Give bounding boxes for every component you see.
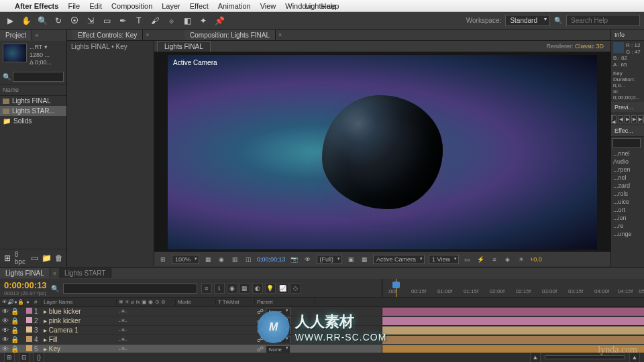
close-icon[interactable]: × [143,32,152,38]
effect-controls-tab[interactable]: Effect Controls: Key [72,30,143,40]
project-thumbnail[interactable] [3,44,27,62]
exposure-reset-icon[interactable]: ☀ [517,255,526,264]
flowchart-icon[interactable]: ◈ [503,255,513,264]
menu-animation[interactable]: Animation [218,2,251,10]
layer-row[interactable]: 👁 🔒2▸ pink kicker-✳-☍ None [0,316,644,326]
composition-viewer[interactable]: Active Camera [154,52,610,251]
close-icon[interactable]: × [32,32,41,39]
composition-tab[interactable]: Composition: Lights FINAL [184,30,276,40]
layer-name[interactable]: ▸ Camera 1 [42,326,117,334]
last-frame-icon[interactable]: ▶| [638,115,644,123]
current-time-indicator[interactable] [396,279,396,297]
rect-tool-icon[interactable]: ▭ [101,15,113,27]
clone-tool-icon[interactable]: ⟐ [165,15,177,27]
visibility-toggle[interactable]: 👁 🔒 [0,317,24,324]
zoom-tool-icon[interactable]: 🔍 [36,15,48,27]
mask-icon[interactable]: ◫ [244,255,253,264]
layer-duration-bar[interactable] [382,307,644,316]
hand-tool-icon[interactable]: ✋ [20,15,32,27]
shy-icon[interactable]: ⤹ [214,283,225,294]
toggle-in-out-icon[interactable]: {} [34,352,44,362]
motion-blur-icon[interactable]: ◐ [252,283,263,294]
pan-behind-tool-icon[interactable]: ⇲ [85,15,97,27]
project-name-column[interactable]: Name [0,84,66,96]
effects-list[interactable]: ...nnelAudio...rpen ...nel...zard...rols… [611,149,644,238]
search-help-input[interactable] [566,15,640,26]
type-tool-icon[interactable]: T [133,15,145,27]
channel-icon[interactable]: ◉ [217,255,226,264]
roto-tool-icon[interactable]: ✦ [197,15,209,27]
app-name[interactable]: After Effects [15,2,58,10]
menu-composition[interactable]: Composition [111,2,152,10]
layer-color-swatch[interactable] [26,317,32,323]
comp-subtab[interactable]: Lights FINAL [157,41,211,52]
visibility-toggle[interactable]: 👁 🔒 [0,336,24,343]
trash-icon[interactable]: 🗑 [54,252,64,264]
project-search-input[interactable] [13,72,64,82]
first-frame-icon[interactable]: |◀ [611,115,616,123]
layer-color-swatch[interactable] [26,345,32,351]
exposure-value[interactable]: +0.0 [530,256,542,263]
draft3d-icon[interactable]: ◉ [227,283,237,294]
res-icon[interactable]: ▦ [203,255,213,264]
next-frame-icon[interactable]: ▶ [631,115,637,123]
info-panel-tab[interactable]: Info [611,29,644,41]
camera-dropdown[interactable]: Active Camera [373,255,425,264]
brush-tool-icon[interactable]: 🖌 [149,15,161,27]
layer-duration-bar[interactable] [382,335,644,345]
layer-name[interactable]: ▸ pink kicker [42,317,117,324]
layer-row[interactable]: 👁 🔒4▸ Fill-✳-☍ None [0,335,644,345]
new-folder-icon[interactable]: 📁 [42,252,52,264]
timeline-search-input[interactable] [63,284,197,294]
menu-layer[interactable]: Layer [162,2,180,10]
interpret-icon[interactable]: ⊞ [3,252,12,264]
camera-tool-icon[interactable]: ⦿ [68,15,80,27]
timeline-ruler[interactable]: :00f 00:15f 01:00f 01:15f 02:00f 02:15f … [382,279,644,298]
effects-search-input[interactable] [612,138,641,148]
show-snapshot-icon[interactable]: 👁 [303,255,313,264]
visibility-toggle[interactable]: 👁 🔒 [0,345,24,353]
layer-color-swatch[interactable] [26,326,32,333]
project-item-lights-start[interactable]: Lights STAR... [0,106,66,116]
menu-effect[interactable]: Effect [190,2,209,10]
layer-name[interactable]: ▸ Fill [42,336,117,343]
close-icon[interactable]: × [50,270,59,277]
timeline-tab-start[interactable]: Lights START [59,268,111,278]
layer-name[interactable]: ▸ blue kicker [42,308,117,315]
layer-row[interactable]: 👁 🔒3▸ Camera 1-✳-☍ None [0,326,644,335]
timeline-tab-final[interactable]: Lights FINAL [0,268,50,278]
new-comp-icon[interactable]: ▭ [30,252,39,264]
layer-duration-bar[interactable] [382,316,644,326]
layer-row[interactable]: 👁 🔒5▸ Key-✳-☍ None [0,345,644,353]
auto-keyframe-icon[interactable]: ◇ [290,283,301,294]
layer-name[interactable]: ▸ Key [42,345,117,353]
menu-edit[interactable]: Edit [89,2,102,10]
zoom-slider[interactable] [545,355,625,359]
menu-file[interactable]: File [68,2,80,10]
close-icon[interactable]: × [276,32,284,38]
layer-duration-bar[interactable] [382,326,644,335]
brainstorm-icon[interactable]: 💡 [265,283,276,294]
layer-color-swatch[interactable] [26,308,32,314]
rotate-tool-icon[interactable]: ↻ [52,15,64,27]
toggle-modes-icon[interactable]: ⊡ [19,352,30,362]
effects-panel-tab[interactable]: Effec... [611,125,644,137]
zoom-dropdown[interactable]: 100% [172,255,199,264]
viewer-timecode[interactable]: 0;00;00;13 [257,256,286,263]
transparency-icon[interactable]: ▦ [360,255,369,264]
project-item-lights-final[interactable]: Lights FINAL [0,96,66,106]
visibility-toggle[interactable]: 👁 🔒 [0,308,24,315]
graph-icon[interactable]: 📈 [278,283,288,294]
layer-color-swatch[interactable] [26,336,32,342]
views-dropdown[interactable]: 1 View [429,255,459,264]
comp-mini-icon[interactable]: ≡ [201,283,212,294]
grid-icon[interactable]: ▥ [230,255,239,264]
workspace-dropdown[interactable]: Standard [505,15,550,26]
play-icon[interactable]: ▶ [625,115,630,123]
fast-preview-icon[interactable]: ⚡ [476,255,486,264]
project-tab[interactable]: Project [0,30,32,40]
puppet-tool-icon[interactable]: 📌 [213,15,225,27]
timeline-icon[interactable]: ≡ [490,255,499,264]
pixel-aspect-icon[interactable]: ▭ [463,255,472,264]
roi-icon[interactable]: ▣ [346,255,356,264]
